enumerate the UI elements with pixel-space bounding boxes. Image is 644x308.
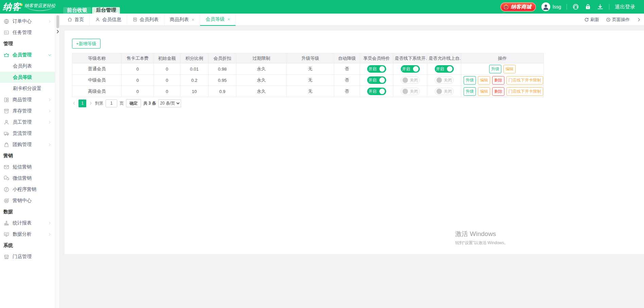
pagination: 1 到第 页 确定 共 3 条 20 条/页 <box>72 97 644 109</box>
sidebar-item-store-manage[interactable]: 门店管理 <box>0 251 55 262</box>
toggle-switch[interactable]: 开启 <box>367 88 386 95</box>
action-button[interactable]: 编辑 <box>478 87 490 96</box>
tab-home[interactable]: 首页 <box>62 14 90 26</box>
chevron-right-icon <box>48 120 52 124</box>
list-icon <box>132 17 138 22</box>
sidebar-item-stats-report[interactable]: 统计报表 <box>0 217 55 229</box>
top-header: 纳客 纳客管店更轻松 前台收银 后台管理 纳客商城 lssg 退出 <box>0 0 644 14</box>
action-button[interactable]: 升级 <box>464 87 476 96</box>
toggle-switch[interactable]: 关闭 <box>435 88 454 95</box>
page-size-select[interactable]: 20 条/页 <box>158 99 181 107</box>
nav-front-cashier[interactable]: 前台收银 <box>63 7 91 14</box>
content-area: 首页 会员信息 会员列表 商品列表 × 会员等级 × 刷新 <box>60 14 644 308</box>
action-button[interactable]: 编辑 <box>478 76 490 85</box>
close-tab-icon[interactable]: × <box>192 17 194 22</box>
shopping-bag-icon <box>503 4 509 10</box>
refresh-button[interactable]: 刷新 <box>584 17 599 23</box>
action-button[interactable]: 升级 <box>489 65 501 73</box>
column-header: 享受会员特价 <box>360 53 393 64</box>
prev-page-chevron-icon[interactable] <box>72 101 76 105</box>
sidebar-item-staff-manage[interactable]: 员工管理 <box>0 116 55 128</box>
action-button[interactable]: 升级 <box>464 76 476 85</box>
sidebar-item-label: 任务管理 <box>13 30 32 36</box>
table-row: 高级会员00100.9永久无否开启关闭关闭升级编辑删除门店线下开卡限制 <box>72 86 544 97</box>
toggle-knob <box>379 66 385 72</box>
tabs-scroll-right-chevron-icon[interactable] <box>637 17 641 22</box>
logout-button[interactable]: 退出登录 <box>615 4 635 10</box>
toggle-switch[interactable]: 开启 <box>367 76 386 84</box>
cell-toggle: 关闭 <box>427 75 461 86</box>
sidebar-section-label: 管理 <box>3 41 13 46</box>
cell-expire: 永久 <box>236 75 287 86</box>
add-level-button[interactable]: +新增等级 <box>72 39 101 49</box>
toggle-switch[interactable]: 开启 <box>401 65 420 73</box>
action-button[interactable]: 删除 <box>492 87 504 96</box>
cell-toggle: 开启 <box>360 75 393 86</box>
cell-discount: 0.98 <box>209 64 236 75</box>
close-tab-icon[interactable]: × <box>227 17 230 22</box>
toggle-switch[interactable]: 开启 <box>367 65 386 73</box>
download-icon[interactable] <box>597 3 604 10</box>
sidebar-item-sms-marketing[interactable]: 短信营销 <box>0 161 55 173</box>
sidebar-item-stock-manage[interactable]: 库存管理 <box>0 105 55 116</box>
current-page-button[interactable]: 1 <box>78 99 86 107</box>
column-header: 自动降级 <box>334 53 360 64</box>
sidebar-item-member-manage[interactable]: 会员管理 <box>0 49 55 60</box>
sidebar-item-wechat-marketing[interactable]: 微信营销 <box>0 173 55 184</box>
toggle-switch[interactable]: 关闭 <box>435 76 454 84</box>
toggle-switch[interactable]: 关闭 <box>401 76 420 84</box>
globe-icon <box>3 18 10 24</box>
main-area: +新增等级 等级名称售卡工本费初始金额积分比例会员折扣过期限制升级等级自动降级享… <box>60 26 644 308</box>
sidebar-item-member-level[interactable]: 会员等级 <box>0 72 55 83</box>
goto-page-input[interactable] <box>106 99 117 107</box>
sidebar-scrollbar[interactable] <box>55 14 60 308</box>
clock-icon <box>606 17 611 22</box>
cell-toggle: 关闭 <box>427 86 461 97</box>
toggle-label: 关闭 <box>410 77 418 83</box>
page-ops-button[interactable]: 页面操作 <box>606 17 630 23</box>
task-icon <box>3 30 10 36</box>
scrollbar-thumb[interactable] <box>56 15 59 28</box>
toggle-switch[interactable]: 关闭 <box>401 88 420 95</box>
confirm-page-button[interactable]: 确定 <box>126 99 141 107</box>
tab-label: 首页 <box>74 17 84 23</box>
sidebar-section-label: 数据 <box>3 209 13 214</box>
sidebar-item-card-points-setting[interactable]: 刷卡积分设置 <box>0 83 55 94</box>
sidebar-item-data-analysis[interactable]: 数据分析 <box>0 229 55 240</box>
lock-icon[interactable] <box>585 3 591 10</box>
watermark-line1: 激活 Windows <box>455 230 508 238</box>
column-header: 等级名称 <box>72 53 122 64</box>
sidebar-item-miniprogram-marketing[interactable]: 小程序营销 <box>0 184 55 195</box>
action-button[interactable]: 门店线下开卡限制 <box>506 87 543 96</box>
cell-card-fee: 0 <box>122 86 154 97</box>
mall-badge-button[interactable]: 纳客商城 <box>500 2 536 12</box>
tab-member-level[interactable]: 会员等级 × <box>200 14 236 26</box>
sidebar-item-marketing-center[interactable]: 营销中心 <box>0 195 55 206</box>
support-icon[interactable] <box>572 3 579 10</box>
collapse-sidebar-chevron-icon[interactable] <box>55 29 60 35</box>
sidebar-section-system: 系统 <box>0 240 55 251</box>
toggle-switch[interactable]: 开启 <box>435 65 454 73</box>
action-button[interactable]: 门店线下开卡限制 <box>506 76 543 85</box>
tab-member-info[interactable]: 会员信息 <box>90 14 127 26</box>
sidebar-item-groupbuy-manage[interactable]: 团购管理 <box>0 139 55 150</box>
sidebar-item-task-manage[interactable]: 任务管理 <box>0 27 55 38</box>
tab-member-list[interactable]: 会员列表 <box>127 14 164 26</box>
column-header: 是否允许线上自... <box>427 53 461 64</box>
next-page-chevron-icon[interactable] <box>89 101 93 105</box>
cell-card-fee: 0 <box>122 64 154 75</box>
user-account[interactable]: lssg <box>541 2 561 11</box>
sidebar-item-logistics-manage[interactable]: 货流管理 <box>0 128 55 139</box>
action-button[interactable]: 删除 <box>492 76 504 85</box>
sidebar-item-order-center[interactable]: 订单中心 <box>0 16 55 27</box>
cell-auto-demote: 否 <box>334 86 360 97</box>
goto-page-prefix: 到第 <box>95 101 103 106</box>
tab-label: 商品列表 <box>170 17 189 23</box>
nav-backend-admin[interactable]: 后台管理 <box>92 7 120 14</box>
action-button[interactable]: 编辑 <box>503 65 516 73</box>
cell-points-ratio: 0.2 <box>180 75 209 86</box>
sidebar-item-member-list[interactable]: 会员列表 <box>0 60 55 72</box>
tab-goods-list[interactable]: 商品列表 × <box>164 14 200 26</box>
sidebar-item-goods-manage[interactable]: 商品管理 <box>0 94 55 105</box>
sidebar-item-label: 会员列表 <box>13 63 32 69</box>
